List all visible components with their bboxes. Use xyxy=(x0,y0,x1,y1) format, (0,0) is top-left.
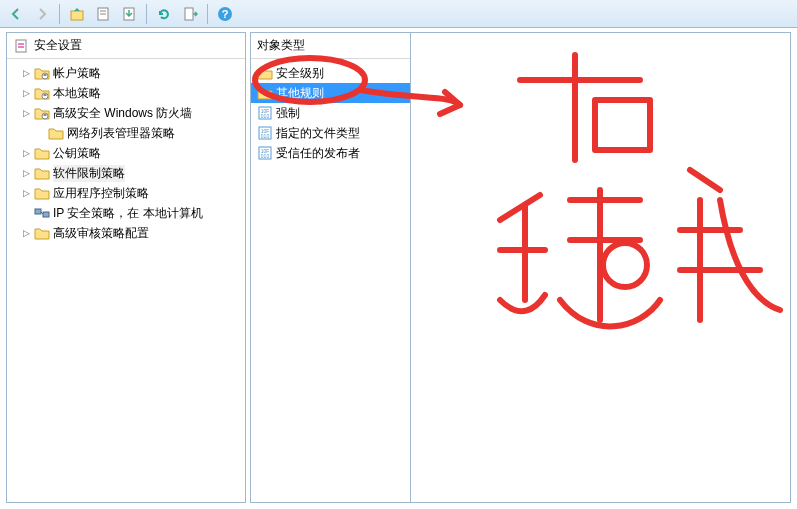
security-settings-icon xyxy=(13,38,29,54)
svg-rect-8 xyxy=(16,40,26,52)
svg-rect-15 xyxy=(35,209,41,214)
tree-item-label: 网络列表管理器策略 xyxy=(67,125,175,142)
list-item-4[interactable]: 10F010受信任的发布者 xyxy=(251,143,410,163)
registry-icon: 10F010 xyxy=(257,105,273,121)
tree-item-label: 软件限制策略 xyxy=(53,165,125,182)
folder-icon xyxy=(257,85,273,101)
list-item-0[interactable]: 安全级别 xyxy=(251,63,410,83)
list[interactable]: 安全级别其他规则10F010强制10F010指定的文件类型10F010受信任的发… xyxy=(251,59,410,502)
tree-item-0[interactable]: ▷帐户策略 xyxy=(7,63,245,83)
folder-lock-icon xyxy=(34,105,50,121)
svg-rect-10 xyxy=(44,74,47,76)
right-header-label: 对象类型 xyxy=(257,38,305,52)
svg-rect-5 xyxy=(185,8,193,20)
expander-icon[interactable]: ▷ xyxy=(21,108,31,118)
content-area: 安全设置 ▷帐户策略▷本地策略▷高级安全 Windows 防火墙网络列表管理器策… xyxy=(0,28,797,509)
tree-item-4[interactable]: ▷公钥策略 xyxy=(7,143,245,163)
right-panel-header: 对象类型 xyxy=(251,33,410,59)
up-button[interactable] xyxy=(65,3,89,25)
tree-item-label: 帐户策略 xyxy=(53,65,101,82)
toolbar: ? xyxy=(0,0,797,28)
svg-rect-14 xyxy=(44,114,47,116)
properties-button[interactable] xyxy=(91,3,115,25)
list-item-label: 指定的文件类型 xyxy=(276,125,360,142)
folder-icon xyxy=(34,145,50,161)
list-item-2[interactable]: 10F010强制 xyxy=(251,103,410,123)
left-panel-header: 安全设置 xyxy=(7,33,245,59)
expander-icon[interactable]: ▷ xyxy=(21,168,31,178)
tree-item-8[interactable]: ▷高级审核策略配置 xyxy=(7,223,245,243)
left-header-label: 安全设置 xyxy=(34,38,82,52)
list-item-label: 其他规则 xyxy=(276,85,324,102)
folder-icon xyxy=(34,225,50,241)
svg-text:010: 010 xyxy=(261,133,270,139)
folder-lock-icon xyxy=(34,65,50,81)
left-panel: 安全设置 ▷帐户策略▷本地策略▷高级安全 Windows 防火墙网络列表管理器策… xyxy=(6,32,246,503)
svg-text:010: 010 xyxy=(261,153,270,159)
tree[interactable]: ▷帐户策略▷本地策略▷高级安全 Windows 防火墙网络列表管理器策略▷公钥策… xyxy=(7,59,245,502)
expander-icon[interactable]: ▷ xyxy=(21,188,31,198)
list-item-3[interactable]: 10F010指定的文件类型 xyxy=(251,123,410,143)
expander-icon[interactable]: ▷ xyxy=(21,68,31,78)
tree-item-label: 本地策略 xyxy=(53,85,101,102)
tree-item-label: 高级审核策略配置 xyxy=(53,225,149,242)
export-list-button[interactable] xyxy=(178,3,202,25)
tree-item-6[interactable]: ▷应用程序控制策略 xyxy=(7,183,245,203)
folder-icon xyxy=(48,125,64,141)
registry-icon: 10F010 xyxy=(257,125,273,141)
tree-item-label: IP 安全策略，在 本地计算机 xyxy=(53,205,203,222)
list-item-label: 安全级别 xyxy=(276,65,324,82)
expander-icon[interactable]: ▷ xyxy=(21,88,31,98)
svg-text:?: ? xyxy=(222,8,229,20)
folder-icon xyxy=(257,65,273,81)
svg-rect-16 xyxy=(43,212,49,217)
forward-button[interactable] xyxy=(30,3,54,25)
help-button[interactable]: ? xyxy=(213,3,237,25)
list-item-label: 强制 xyxy=(276,105,300,122)
export-button[interactable] xyxy=(117,3,141,25)
ipsec-icon xyxy=(34,205,50,221)
tree-item-label: 应用程序控制策略 xyxy=(53,185,149,202)
expander-icon[interactable]: ▷ xyxy=(21,148,31,158)
list-item-label: 受信任的发布者 xyxy=(276,145,360,162)
tree-item-3[interactable]: 网络列表管理器策略 xyxy=(7,123,245,143)
expander-icon[interactable]: ▷ xyxy=(21,228,31,238)
refresh-button[interactable] xyxy=(152,3,176,25)
right-panel: 对象类型 安全级别其他规则10F010强制10F010指定的文件类型10F010… xyxy=(250,32,791,503)
folder-icon xyxy=(34,165,50,181)
tree-item-1[interactable]: ▷本地策略 xyxy=(7,83,245,103)
folder-icon xyxy=(34,185,50,201)
back-button[interactable] xyxy=(4,3,28,25)
svg-rect-12 xyxy=(44,94,47,96)
tree-item-7[interactable]: IP 安全策略，在 本地计算机 xyxy=(7,203,245,223)
tree-item-5[interactable]: ▷软件限制策略 xyxy=(7,163,245,183)
folder-lock-icon xyxy=(34,85,50,101)
svg-rect-0 xyxy=(71,11,83,20)
tree-item-2[interactable]: ▷高级安全 Windows 防火墙 xyxy=(7,103,245,123)
tree-item-label: 高级安全 Windows 防火墙 xyxy=(53,105,192,122)
svg-text:010: 010 xyxy=(261,113,270,119)
list-item-1[interactable]: 其他规则 xyxy=(251,83,410,103)
registry-icon: 10F010 xyxy=(257,145,273,161)
tree-item-label: 公钥策略 xyxy=(53,145,101,162)
